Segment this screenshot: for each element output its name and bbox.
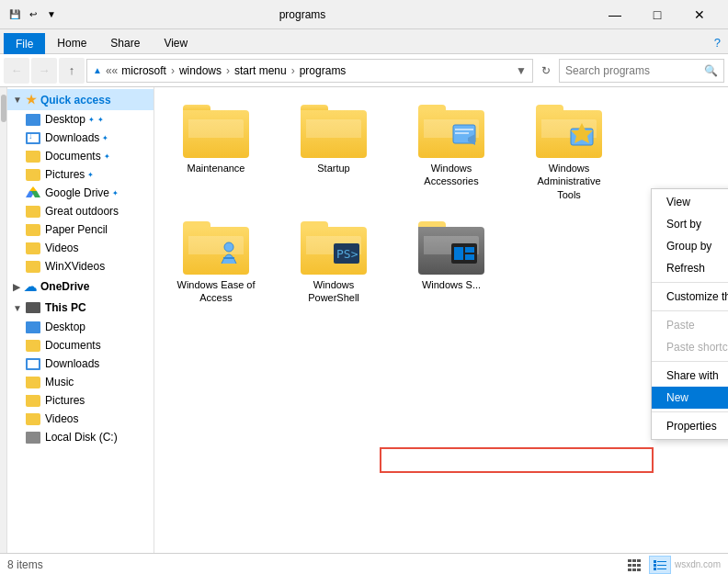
sidebar-item-videos[interactable]: Videos	[7, 239, 154, 257]
sidebar-item-outdoors[interactable]: Great outdoors	[7, 202, 154, 220]
svg-rect-15	[465, 247, 474, 253]
back-button[interactable]: ←	[4, 58, 29, 84]
crumb-startmenu[interactable]: start menu	[234, 64, 287, 77]
sidebar-item-pc-music[interactable]: Music	[7, 373, 154, 391]
sidebar-item-pc-downloads[interactable]: Downloads	[7, 355, 154, 373]
folder-accessories[interactable]: Windows Accessories	[401, 98, 502, 208]
sidebar-item-winxvideos-label: WinXVideos	[45, 260, 105, 273]
ctx-view[interactable]: View ►	[652, 191, 728, 213]
ctx-paste-label: Paste	[666, 319, 695, 332]
thispc-label: This PC	[45, 301, 86, 314]
onedrive-icon: ☁	[24, 279, 37, 294]
sidebar-scrollbar[interactable]	[0, 87, 7, 553]
expand-arrow-icon: ▼	[13, 95, 22, 105]
maximize-button[interactable]: □	[636, 0, 678, 29]
item-count: 8 items	[7, 558, 43, 571]
ctx-groupby-label: Group by	[666, 240, 711, 253]
nav-icon: ▲	[93, 65, 102, 75]
folder-windows-s[interactable]: Windows S...	[401, 215, 502, 311]
folder-powershell[interactable]: PS> Windows PowerShell	[283, 215, 384, 311]
sidebar-item-downloads[interactable]: ↓ Downloads ✦	[7, 129, 154, 147]
sidebar-item-outdoors-label: Great outdoors	[45, 205, 119, 218]
address-dropdown-btn[interactable]: ▼	[516, 64, 527, 77]
address-sep-1: ««	[106, 64, 118, 77]
forward-button[interactable]: →	[31, 58, 57, 84]
ctx-new[interactable]: New ► Folder	[652, 387, 728, 409]
sidebar-item-videos-label: Videos	[45, 242, 78, 254]
desktop-icon	[26, 114, 40, 126]
sidebar-item-pictures[interactable]: Pictures ✦	[7, 165, 154, 184]
crumb-microsoft[interactable]: microsoft	[121, 64, 166, 77]
tab-file[interactable]: File	[4, 33, 45, 54]
sidebar-item-pc-pictures[interactable]: Pictures	[7, 391, 154, 410]
ctx-share-with[interactable]: Share with ► S Shared Folder Synchroniza…	[652, 365, 728, 387]
sidebar-item-downloads-label: Downloads	[45, 131, 99, 144]
videos-icon	[26, 242, 40, 254]
svg-rect-61	[657, 568, 666, 569]
folder-ease[interactable]: Windows Ease of Access	[165, 215, 267, 311]
pc-documents-icon	[26, 340, 40, 352]
close-button[interactable]: ✕	[678, 0, 721, 29]
crumb-windows[interactable]: windows	[179, 64, 222, 77]
quick-access-star-icon: ★	[26, 93, 37, 107]
ctx-customize[interactable]: Customize this folder...	[652, 286, 728, 308]
ctx-properties[interactable]: Properties	[652, 415, 728, 437]
paperpencil-icon	[26, 224, 40, 236]
up-button[interactable]: ↑	[59, 58, 85, 84]
ctx-refresh[interactable]: Refresh	[652, 257, 728, 279]
svg-rect-56	[654, 560, 656, 563]
title-bar: 💾 ↩ ▼ programs — □ ✕	[0, 0, 728, 29]
svg-text:PS>: PS>	[336, 247, 358, 261]
help-icon[interactable]: ?	[707, 32, 728, 53]
svg-rect-4	[455, 129, 473, 130]
tab-share[interactable]: Share	[98, 32, 152, 53]
detail-view-button[interactable]	[649, 556, 671, 574]
ctx-paste: Paste	[652, 314, 728, 336]
sidebar-item-desktop[interactable]: Desktop ✦	[7, 110, 154, 129]
sidebar-onedrive-header[interactable]: ▶ ☁ OneDrive	[7, 276, 154, 298]
sidebar-item-paperpencil[interactable]: Paper Pencil	[7, 220, 154, 239]
sidebar-item-pc-localdisk[interactable]: Local Disk (C:)	[7, 428, 154, 446]
pc-desktop-icon	[26, 321, 40, 333]
svg-rect-55	[637, 568, 641, 571]
folder-startup[interactable]: Startup	[283, 98, 384, 208]
pc-downloads-label: Downloads	[45, 357, 99, 370]
pc-desktop-label: Desktop	[45, 321, 85, 333]
sidebar-item-documents[interactable]: Documents ✦	[7, 147, 154, 165]
ctx-groupby[interactable]: Group by ►	[652, 235, 728, 257]
folder-admin-label: Windows Administrative Tools	[525, 162, 613, 201]
pictures-icon	[26, 169, 40, 181]
search-icon: 🔍	[704, 64, 718, 77]
search-input[interactable]	[565, 64, 704, 77]
svg-rect-57	[657, 561, 666, 562]
crumb-programs[interactable]: programs	[300, 64, 347, 77]
tab-view[interactable]: View	[152, 32, 199, 53]
folder-accessories-icon	[418, 105, 484, 158]
sidebar-item-desktop-label: Desktop	[45, 113, 85, 126]
address-bar[interactable]: ▲ «« microsoft › windows › start menu › …	[86, 59, 533, 83]
tab-home[interactable]: Home	[45, 32, 98, 53]
pc-downloads-icon	[26, 358, 40, 370]
svg-rect-50	[628, 564, 631, 567]
main-area: ▼ ★ Quick access Desktop ✦ ↓ Downloads ✦…	[0, 87, 728, 553]
pc-pictures-icon	[26, 395, 40, 407]
refresh-button[interactable]: ↻	[535, 60, 557, 82]
folder-windows-s-label: Windows S...	[422, 278, 481, 291]
sidebar-thispc-header[interactable]: ▼ This PC	[7, 298, 154, 318]
sidebar-item-pc-documents[interactable]: Documents	[7, 336, 154, 355]
sidebar-item-pc-videos[interactable]: Videos	[7, 410, 154, 428]
sidebar-item-paperpencil-label: Paper Pencil	[45, 223, 108, 236]
onedrive-section: ▶ ☁ OneDrive	[7, 276, 154, 298]
documents-icon	[26, 151, 40, 163]
sidebar-item-gdrive[interactable]: Google Drive ✦	[7, 184, 154, 202]
folder-maintenance[interactable]: Maintenance	[165, 98, 267, 208]
list-view-button[interactable]	[623, 556, 645, 574]
sidebar-quick-access-header[interactable]: ▼ ★ Quick access	[7, 89, 154, 110]
ctx-sortby[interactable]: Sort by ►	[652, 213, 728, 235]
downloads-folder-icon: ↓	[26, 132, 40, 144]
minimize-button[interactable]: —	[594, 0, 636, 29]
sidebar-item-winxvideos[interactable]: WinXVideos	[7, 257, 154, 276]
sidebar-item-pc-desktop[interactable]: Desktop	[7, 318, 154, 336]
folder-admin[interactable]: Windows Administrative Tools	[518, 98, 620, 208]
ctx-sep-2	[652, 310, 728, 311]
